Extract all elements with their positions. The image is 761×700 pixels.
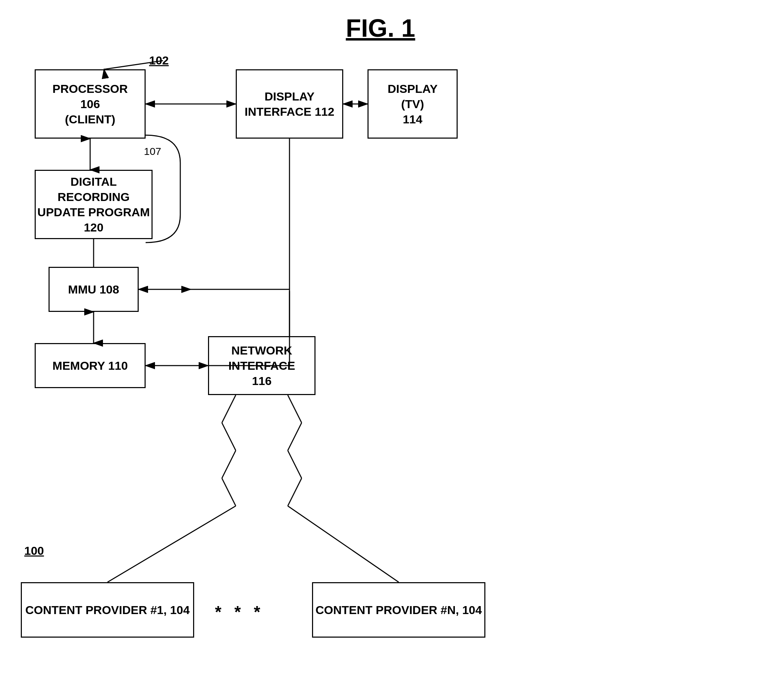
display-interface-label: DISPLAYINTERFACE 112	[245, 89, 335, 119]
svg-line-17	[222, 395, 236, 423]
label-107: 107	[144, 145, 161, 157]
diagram-container: FIG. 1 102 107 100 * * * PROCESSOR106(CL…	[0, 0, 761, 700]
svg-line-18	[222, 423, 236, 450]
figure-title: FIG. 1	[346, 14, 415, 42]
svg-line-21	[108, 506, 236, 582]
processor-label: PROCESSOR106(CLIENT)	[52, 81, 128, 127]
svg-line-26	[288, 506, 399, 582]
svg-line-24	[288, 450, 302, 478]
network-interface-box: NETWORKINTERFACE116	[208, 336, 315, 395]
display-interface-box: DISPLAYINTERFACE 112	[236, 69, 343, 139]
network-interface-label: NETWORKINTERFACE116	[229, 343, 295, 389]
label-102: 102	[149, 54, 169, 67]
label-100: 100	[24, 544, 44, 558]
memory-box: MEMORY 110	[34, 343, 146, 388]
digital-recording-label: DIGITAL RECORDINGUPDATE PROGRAM120	[36, 174, 152, 235]
display-tv-box: DISPLAY(TV)114	[368, 69, 458, 139]
mmu-label: MMU 108	[68, 282, 119, 297]
svg-line-25	[288, 478, 302, 506]
content-provider-1-box: CONTENT PROVIDER #1, 104	[21, 582, 194, 638]
memory-label: MEMORY 110	[52, 358, 128, 373]
content-provider-1-label: CONTENT PROVIDER #1, 104	[25, 602, 189, 617]
stars-separator: * * *	[215, 602, 265, 621]
svg-line-22	[288, 395, 302, 423]
mmu-box: MMU 108	[49, 267, 139, 312]
svg-line-23	[288, 423, 302, 450]
display-tv-label: DISPLAY(TV)114	[388, 81, 437, 127]
digital-recording-box: DIGITAL RECORDINGUPDATE PROGRAM120	[34, 170, 153, 239]
svg-line-19	[222, 450, 236, 478]
svg-line-20	[222, 478, 236, 506]
processor-box: PROCESSOR106(CLIENT)	[34, 69, 146, 139]
content-provider-n-label: CONTENT PROVIDER #N, 104	[315, 602, 482, 617]
content-provider-n-box: CONTENT PROVIDER #N, 104	[312, 582, 485, 638]
